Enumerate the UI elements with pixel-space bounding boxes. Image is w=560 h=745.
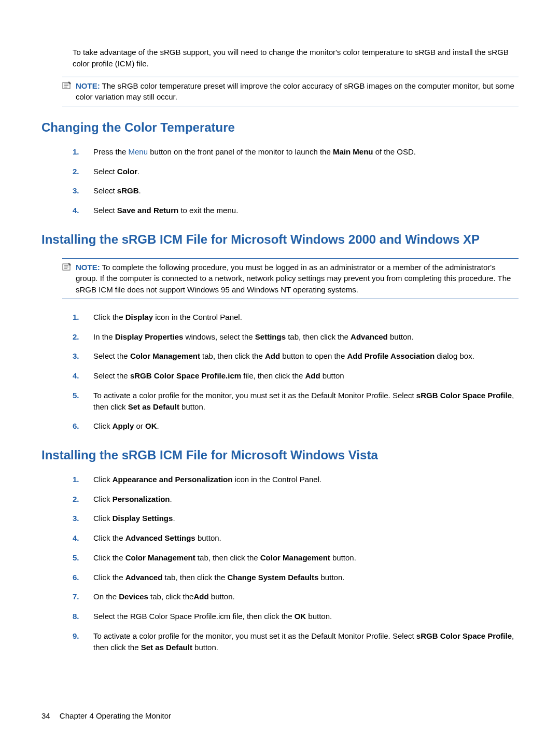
step-text: On the Devices tab, click theAdd button. bbox=[93, 591, 519, 602]
step-text: Click Personalization. bbox=[93, 494, 519, 505]
step-item: 2.Select Color. bbox=[73, 166, 519, 177]
bold-term: Add Profile Association bbox=[347, 352, 435, 360]
step-number: 1. bbox=[73, 146, 93, 158]
step-text: Select sRGB. bbox=[93, 185, 519, 196]
step-item: 1.Press the Menu button on the front pan… bbox=[73, 146, 519, 158]
step-text: Select the sRGB Color Space Profile.icm … bbox=[93, 370, 519, 382]
bold-term: Advanced bbox=[125, 573, 163, 582]
step-number: 1. bbox=[73, 312, 93, 323]
step-number: 2. bbox=[73, 331, 93, 343]
step-number: 9. bbox=[73, 630, 93, 653]
bold-term: sRGB Color Space Profile bbox=[416, 631, 512, 640]
step-text: In the Display Properties windows, selec… bbox=[93, 331, 519, 343]
step-item: 8.Select the RGB Color Space Profile.icm… bbox=[73, 611, 519, 622]
step-number: 1. bbox=[73, 474, 93, 485]
step-text: Click the Advanced tab, then click the C… bbox=[93, 572, 519, 583]
note-box-1: NOTE: The sRGB color temperature preset … bbox=[62, 77, 519, 107]
page-number: 34 bbox=[41, 711, 50, 720]
section-heading-win2000-xp: Installing the sRGB ICM File for Microso… bbox=[41, 231, 519, 249]
step-number: 7. bbox=[73, 591, 93, 602]
bold-term: Settings bbox=[255, 332, 286, 341]
step-number: 5. bbox=[73, 552, 93, 564]
bold-term: Change System Defaults bbox=[227, 573, 318, 582]
step-item: 3.Select sRGB. bbox=[73, 185, 519, 196]
note-icon bbox=[62, 80, 73, 103]
bold-term: Appearance and Personalization bbox=[113, 475, 233, 484]
bold-term: Color Management bbox=[260, 553, 330, 562]
bold-term: Add bbox=[265, 352, 280, 360]
bold-term: Display Settings bbox=[113, 514, 173, 523]
bold-term: Save and Return bbox=[117, 206, 178, 215]
step-number: 4. bbox=[73, 205, 93, 216]
note-label: NOTE: bbox=[76, 81, 100, 90]
chapter-label: Chapter 4 Operating the Monitor bbox=[60, 711, 171, 720]
step-text: Select Save and Return to exit the menu. bbox=[93, 205, 519, 216]
bold-term: Set as Default bbox=[128, 402, 179, 411]
section-heading-color-temp: Changing the Color Temperature bbox=[41, 119, 519, 137]
step-text: Click the Advanced Settings button. bbox=[93, 532, 519, 544]
step-item: 7.On the Devices tab, click theAdd butto… bbox=[73, 591, 519, 602]
bold-term: Color Management bbox=[125, 553, 195, 562]
step-number: 2. bbox=[73, 166, 93, 177]
note-text: To complete the following procedure, you… bbox=[76, 263, 511, 294]
step-item: 2.In the Display Properties windows, sel… bbox=[73, 331, 519, 343]
bold-term: sRGB Color Space Profile bbox=[416, 391, 512, 400]
bold-term: Apply bbox=[113, 421, 134, 430]
step-number: 5. bbox=[73, 390, 93, 413]
step-item: 4.Click the Advanced Settings button. bbox=[73, 532, 519, 544]
bold-term: Add bbox=[193, 592, 208, 601]
bold-term: Set as Default bbox=[141, 643, 192, 652]
step-item: 1.Click Appearance and Personalization i… bbox=[73, 474, 519, 485]
step-item: 1.Click the Display icon in the Control … bbox=[73, 312, 519, 323]
step-text: To activate a color profile for the moni… bbox=[93, 390, 519, 413]
bold-term: Display bbox=[125, 313, 153, 321]
step-item: 2.Click Personalization. bbox=[73, 494, 519, 505]
bold-term: sRGB Color Space Profile.icm bbox=[130, 371, 241, 380]
menu-link[interactable]: Menu bbox=[129, 147, 148, 156]
step-number: 2. bbox=[73, 494, 93, 505]
step-item: 3.Select the Color Management tab, then … bbox=[73, 350, 519, 362]
section-heading-vista: Installing the sRGB ICM File for Microso… bbox=[41, 446, 519, 465]
step-item: 4.Select Save and Return to exit the men… bbox=[73, 205, 519, 216]
step-number: 3. bbox=[73, 185, 93, 196]
page-footer: 34 Chapter 4 Operating the Monitor bbox=[41, 710, 171, 722]
step-text: Click the Display icon in the Control Pa… bbox=[93, 312, 519, 323]
step-number: 6. bbox=[73, 420, 93, 432]
step-item: 3.Click Display Settings. bbox=[73, 513, 519, 524]
bold-term: Advanced Settings bbox=[125, 533, 195, 542]
bold-term: OK bbox=[145, 421, 157, 430]
step-item: 5.To activate a color profile for the mo… bbox=[73, 390, 519, 413]
bold-term: Advanced bbox=[351, 332, 388, 341]
step-text: Select the RGB Color Space Profile.icm f… bbox=[93, 611, 519, 622]
note-text: The sRGB color temperature preset will i… bbox=[76, 81, 514, 102]
step-number: 4. bbox=[73, 532, 93, 544]
bold-term: Main Menu bbox=[333, 147, 373, 156]
step-item: 6.Click Apply or OK. bbox=[73, 420, 519, 432]
bold-term: sRGB bbox=[117, 186, 139, 195]
step-text: Click Display Settings. bbox=[93, 513, 519, 524]
step-text: Click the Color Management tab, then cli… bbox=[93, 552, 519, 564]
steps-list-2: 1.Click the Display icon in the Control … bbox=[73, 312, 519, 432]
intro-paragraph: To take advantage of the sRGB support, y… bbox=[73, 47, 519, 69]
bold-term: Display Properties bbox=[115, 332, 184, 341]
steps-list-1: 1.Press the Menu button on the front pan… bbox=[73, 146, 519, 216]
step-text: To activate a color profile for the moni… bbox=[93, 630, 519, 653]
step-text: Select Color. bbox=[93, 166, 519, 177]
bold-term: OK bbox=[295, 612, 306, 621]
steps-list-3: 1.Click Appearance and Personalization i… bbox=[73, 474, 519, 653]
step-number: 3. bbox=[73, 350, 93, 362]
note-icon bbox=[62, 262, 73, 296]
step-text: Select the Color Management tab, then cl… bbox=[93, 350, 519, 362]
bold-term: Devices bbox=[119, 592, 148, 601]
step-item: 5.Click the Color Management tab, then c… bbox=[73, 552, 519, 564]
bold-term: Color Management bbox=[130, 352, 200, 360]
step-number: 8. bbox=[73, 611, 93, 622]
bold-term: Add bbox=[305, 371, 320, 380]
step-item: 9.To activate a color profile for the mo… bbox=[73, 630, 519, 653]
step-number: 6. bbox=[73, 572, 93, 583]
step-text: Press the Menu button on the front panel… bbox=[93, 146, 519, 158]
note-box-2: NOTE: To complete the following procedur… bbox=[62, 258, 519, 299]
step-text: Click Apply or OK. bbox=[93, 420, 519, 432]
step-text: Click Appearance and Personalization ico… bbox=[93, 474, 519, 485]
bold-term: Color bbox=[117, 167, 137, 176]
